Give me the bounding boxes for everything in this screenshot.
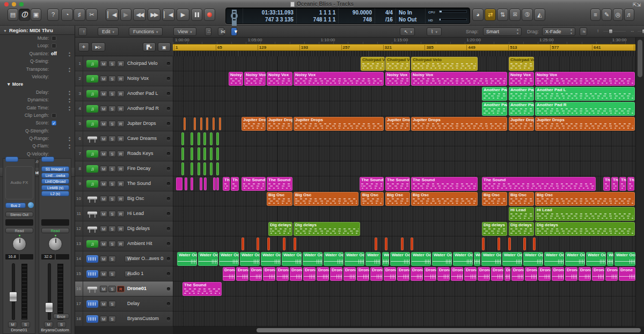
region[interactable]: Noisy Vox bbox=[294, 72, 384, 86]
region[interactable]: Water Oce bbox=[303, 252, 323, 266]
region[interactable]: Th bbox=[231, 177, 239, 191]
midi-note-bar[interactable] bbox=[213, 117, 215, 130]
region[interactable]: Dig delays bbox=[535, 222, 635, 236]
solo-button[interactable]: S bbox=[108, 61, 116, 67]
midi-note-bar[interactable] bbox=[216, 132, 219, 145]
track-freeze-dot[interactable] bbox=[167, 197, 170, 201]
horizontal-zoom-icon[interactable]: ↔ bbox=[630, 28, 634, 33]
midi-note-bar[interactable] bbox=[210, 147, 213, 160]
region[interactable]: Water Oce bbox=[586, 252, 606, 266]
track-name[interactable]: Big Osc bbox=[127, 191, 164, 206]
region[interactable]: Water Oce bbox=[219, 252, 239, 266]
record-enable-button[interactable]: R bbox=[117, 166, 125, 172]
track-name[interactable]: Cave Dreams bbox=[127, 131, 164, 146]
mute-button[interactable]: M bbox=[100, 211, 107, 217]
left-click-tool-menu[interactable]: ↖▾ bbox=[400, 27, 415, 36]
volume-value[interactable]: 32.0 bbox=[41, 254, 55, 259]
region[interactable]: Hi Lead bbox=[535, 207, 635, 221]
midi-note-bar[interactable] bbox=[200, 117, 202, 130]
record-enable-button[interactable]: R bbox=[117, 286, 125, 292]
track-row[interactable]: 9♫MSRThe Sound bbox=[75, 176, 173, 191]
region[interactable]: The Sound bbox=[482, 177, 596, 191]
region[interactable]: Drone bbox=[525, 267, 537, 281]
snap-select[interactable]: Smart▴▾ bbox=[483, 27, 522, 36]
midi-note-bar[interactable] bbox=[206, 117, 208, 130]
go-to-beginning-button[interactable]: ▏◀ bbox=[106, 9, 119, 21]
solo-button[interactable]: S bbox=[108, 211, 116, 217]
region[interactable]: Water Oce bbox=[365, 252, 380, 266]
region[interactable]: Drone bbox=[605, 267, 618, 281]
record-enable-button[interactable]: R bbox=[117, 196, 125, 202]
pan-knob[interactable] bbox=[48, 237, 62, 251]
track-name[interactable]: Dig delays bbox=[127, 221, 164, 236]
region[interactable]: Th bbox=[619, 177, 626, 191]
play-button[interactable]: ▶ bbox=[177, 9, 189, 21]
region[interactable]: Another Pad bbox=[482, 102, 507, 116]
midi-note-bar[interactable] bbox=[216, 147, 219, 160]
pan-knob[interactable] bbox=[12, 237, 26, 251]
horizontal-scrollbar[interactable] bbox=[173, 326, 644, 334]
region[interactable]: Drone bbox=[451, 267, 463, 281]
editors-button[interactable]: ✂ bbox=[86, 9, 98, 21]
region[interactable]: Another Pad bbox=[509, 102, 534, 116]
track-name[interactable]: Drone01 bbox=[127, 281, 164, 296]
region[interactable]: Jupiter Drops bbox=[411, 117, 507, 131]
param-stepper-icon[interactable]: ▴▾ bbox=[69, 143, 70, 150]
solo-button[interactable]: S bbox=[108, 316, 116, 322]
track-freeze-dot[interactable] bbox=[167, 242, 170, 246]
solo-button[interactable]: S bbox=[108, 166, 116, 172]
midi-note-bar[interactable] bbox=[191, 177, 193, 190]
vertical-zoom-slider[interactable] bbox=[603, 31, 626, 32]
midi-note-bar[interactable] bbox=[203, 132, 206, 145]
track-name[interactable]: Choirpad Velo bbox=[127, 56, 164, 71]
plugin-slot[interactable]: LinEQBroad bbox=[41, 179, 69, 184]
track-name[interactable]: Hi Lead bbox=[127, 206, 164, 221]
region[interactable]: Drone bbox=[357, 267, 369, 281]
vertical-scrollbar-thumb[interactable] bbox=[638, 40, 642, 77]
solo-button[interactable]: S bbox=[108, 241, 116, 247]
track-row[interactable]: 10MSRBig Osc bbox=[75, 191, 173, 206]
send-slot[interactable]: Bus 2 bbox=[5, 203, 26, 208]
horizontal-zoom-thumb[interactable] bbox=[642, 29, 644, 34]
midi-note-bar[interactable] bbox=[533, 237, 536, 250]
lcd-settings[interactable] bbox=[226, 8, 243, 24]
quick-help-button[interactable]: ▣ bbox=[31, 9, 41, 21]
region[interactable]: Big Osc bbox=[411, 192, 478, 206]
region[interactable]: Th bbox=[611, 177, 618, 191]
region[interactable]: The Sound bbox=[182, 282, 222, 296]
region[interactable]: Drone bbox=[397, 267, 409, 281]
solo-button[interactable]: S bbox=[108, 76, 116, 82]
record-enable-button[interactable]: R bbox=[117, 106, 125, 112]
region[interactable]: Drone bbox=[579, 267, 591, 281]
region[interactable]: Drone bbox=[370, 267, 383, 281]
midi-note-bar[interactable] bbox=[267, 237, 270, 250]
track-name[interactable]: Fire Decay bbox=[127, 161, 164, 176]
record-enable-button[interactable]: R bbox=[117, 121, 125, 127]
solo-button[interactable]: S bbox=[108, 226, 116, 232]
track-row[interactable]: 8♫MSRFire Decay bbox=[75, 161, 173, 176]
param-stepper-icon[interactable]: ▴▾ bbox=[69, 105, 70, 112]
drag-up-button[interactable]: ↑ bbox=[78, 27, 87, 36]
region[interactable]: Big Osc bbox=[535, 192, 635, 206]
region-inspector-header[interactable]: ▼Region: MIDI Thru bbox=[0, 26, 75, 35]
track-freeze-dot[interactable] bbox=[167, 272, 170, 276]
region[interactable]: Noisy Vox bbox=[385, 72, 410, 86]
strip-solo-button[interactable]: S bbox=[57, 322, 66, 328]
midi-note-bar[interactable] bbox=[197, 162, 200, 175]
region[interactable]: The Sound bbox=[411, 177, 478, 191]
plugin-slot[interactable]: LinMB (s) bbox=[41, 185, 69, 190]
inspector-button[interactable]: ⓘ bbox=[19, 9, 30, 21]
track-row[interactable]: 14MSIWater O...aves 01 bbox=[75, 251, 173, 266]
region[interactable]: Th bbox=[627, 177, 634, 191]
automation-mode-button[interactable]: Read bbox=[5, 228, 33, 233]
region[interactable]: Water Oce bbox=[390, 252, 410, 266]
midi-note-bar[interactable] bbox=[219, 117, 221, 130]
region[interactable]: Water Ocea bbox=[177, 252, 197, 266]
track-freeze-dot[interactable] bbox=[167, 257, 170, 261]
mute-button[interactable]: M bbox=[100, 121, 107, 127]
region[interactable]: Choirpad Velo bbox=[411, 57, 478, 71]
midi-note-bar[interactable] bbox=[210, 162, 213, 175]
track-freeze-dot[interactable] bbox=[167, 92, 170, 95]
mute-button[interactable]: M bbox=[100, 256, 107, 262]
region[interactable]: Water Oce bbox=[614, 252, 635, 266]
